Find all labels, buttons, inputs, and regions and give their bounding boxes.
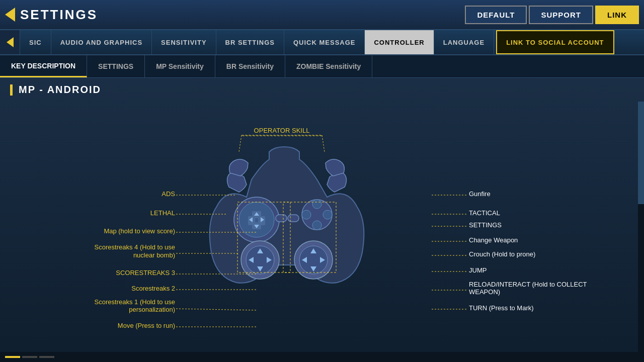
- label-scorestreaks1-2: personalization): [129, 306, 175, 313]
- label-gunfire: Gunfire: [469, 190, 491, 198]
- tab-audio-graphics[interactable]: AUDIO AND GRAPHICS: [51, 30, 152, 54]
- svg-point-1: [239, 202, 274, 237]
- bottom-indicator-active: [5, 356, 20, 358]
- sub-tab-br-sensitivity[interactable]: BR Sensitivity: [215, 55, 285, 77]
- svg-point-14: [312, 221, 321, 230]
- sub-tab-settings[interactable]: SETTINGS: [87, 55, 145, 77]
- controller-svg: .label-yellow { fill: #e8c832; font-fami…: [10, 122, 634, 338]
- bottom-indicator-1: [22, 356, 37, 358]
- label-scorestreaks1: Scorestreaks 1 (Hold to use: [95, 298, 175, 306]
- label-lethal: LETHAL: [150, 209, 175, 217]
- link-social-button[interactable]: LINK TO SOCIAL ACCOUNT: [496, 30, 614, 54]
- nav-tabs: SIC AUDIO AND GRAPHICS SENSITIVITY BR SE…: [0, 30, 644, 55]
- label-change-weapon: Change Weapon: [469, 236, 518, 244]
- label-scorestreaks4: Scorestreaks 4 (Hold to use: [95, 243, 175, 251]
- main-content: MP - ANDROID .label-yellow { fill: #e8c8…: [0, 78, 644, 362]
- label-scorestreaks2: Scorestreaks 2: [131, 285, 175, 292]
- label-scorestreaks4-2: nuclear bomb): [133, 251, 175, 259]
- title-bar-accent: [10, 84, 13, 96]
- label-map: Map (hold to view score): [104, 227, 175, 235]
- label-tactical: TACTICAL: [469, 209, 500, 217]
- svg-rect-11: [288, 215, 299, 222]
- nav-back-arrow-icon: [7, 37, 14, 47]
- label-crouch: Crouch (Hold to prone): [469, 250, 535, 258]
- sub-tab-key-description[interactable]: KEY DESCRIPTION: [0, 55, 87, 77]
- settings-title: SETTINGS: [20, 7, 98, 23]
- section-title-bar: MP - ANDROID: [0, 78, 644, 102]
- back-arrow-icon: [5, 8, 15, 22]
- label-ads: ADS: [162, 190, 175, 198]
- sub-tab-mp-sensitivity[interactable]: MP Sensitivity: [145, 55, 215, 77]
- scrollbar[interactable]: [638, 102, 644, 358]
- default-button[interactable]: DEFAULT: [465, 6, 527, 24]
- sub-tabs: KEY DESCRIPTION SETTINGS MP Sensitivity …: [0, 55, 644, 78]
- svg-point-15: [302, 210, 311, 219]
- tab-br-settings[interactable]: BR SETTINGS: [216, 30, 284, 54]
- svg-line-40: [239, 135, 242, 152]
- nav-back-button[interactable]: [0, 30, 20, 54]
- tab-language[interactable]: LANGUAGE: [434, 30, 494, 54]
- label-operator-skill: OPERATOR SKILL: [254, 127, 310, 134]
- svg-line-41: [322, 135, 325, 152]
- svg-point-16: [323, 210, 332, 219]
- svg-point-13: [312, 200, 321, 209]
- svg-line-37: [176, 309, 257, 310]
- label-turn: TURN (Press to Mark): [469, 304, 534, 312]
- label-scorestreaks3: SCORESTREAKS 3: [116, 269, 175, 277]
- support-button[interactable]: SUPPORT: [529, 6, 593, 24]
- tab-sensitivity[interactable]: SENSITIVITY: [152, 30, 216, 54]
- label-jump: JUMP: [469, 266, 487, 274]
- back-button[interactable]: [5, 8, 15, 22]
- tab-quick-message[interactable]: QUICK MESSAGE: [284, 30, 365, 54]
- section-title-text: MP - ANDROID: [19, 84, 101, 96]
- label-reload-2: WEAPON): [469, 288, 500, 296]
- tab-sic[interactable]: SIC: [20, 30, 51, 54]
- bottom-bar: [0, 352, 644, 362]
- link-button[interactable]: LINK: [595, 6, 639, 24]
- label-move: Move (Press to run): [118, 322, 175, 329]
- bottom-indicator-2: [39, 356, 54, 358]
- header-buttons: DEFAULT SUPPORT LINK: [465, 6, 639, 24]
- svg-rect-39: [242, 135, 322, 136]
- tab-controller[interactable]: CONTROLLER: [365, 30, 434, 54]
- top-header: SETTINGS DEFAULT SUPPORT LINK: [0, 0, 644, 30]
- label-reload: RELOAD/INTERACT (Hold to COLLECT: [469, 281, 587, 288]
- svg-rect-10: [276, 215, 287, 222]
- scrollbar-thumb[interactable]: [638, 102, 644, 204]
- label-settings: SETTINGS: [469, 221, 502, 229]
- controller-area: .label-yellow { fill: #e8c832; font-fami…: [0, 102, 644, 358]
- sub-tab-zombie-sensitivity[interactable]: ZOMBIE Sensitivity: [285, 55, 372, 77]
